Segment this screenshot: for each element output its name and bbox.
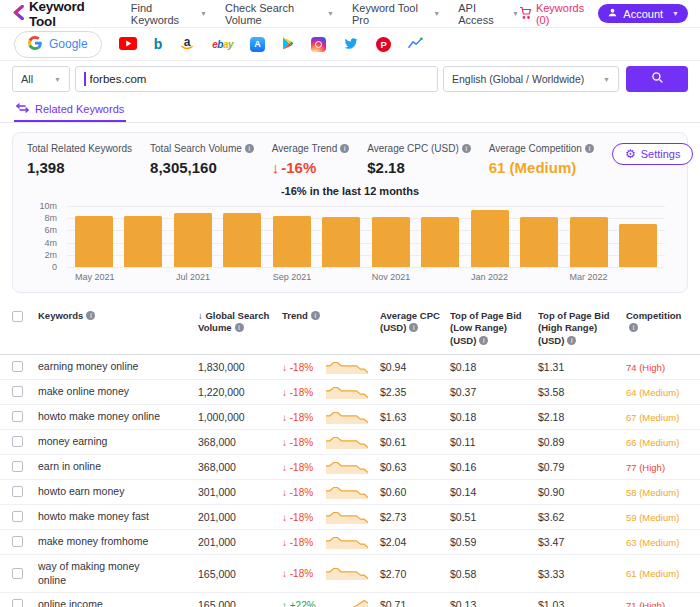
column-header-bid-low[interactable]: Top of Page Bid (Low Range) (USD)i	[450, 310, 538, 347]
bid-high-value: $1.03	[538, 599, 626, 607]
nav-keyword-tool-pro[interactable]: Keyword Tool Pro▼	[352, 2, 440, 26]
info-icon[interactable]: i	[462, 144, 471, 153]
row-checkbox[interactable]	[12, 461, 23, 472]
info-icon[interactable]: i	[311, 311, 320, 320]
row-checkbox[interactable]	[12, 361, 23, 372]
column-header-cpc[interactable]: Average CPC (USD)i	[380, 310, 450, 335]
keyword-text[interactable]: make money fromhome	[38, 535, 148, 549]
keyword-text[interactable]: earn in online	[38, 460, 101, 474]
keyword-text[interactable]: howto make money fast	[38, 510, 149, 524]
platform-tab-bing[interactable]: b	[154, 37, 163, 51]
scope-value: All	[21, 73, 33, 85]
keyword-text[interactable]: make online money	[38, 385, 129, 399]
row-checkbox[interactable]	[12, 568, 23, 579]
column-header-trend[interactable]: Trendi	[282, 310, 380, 322]
twitter-icon	[343, 37, 359, 52]
y-tick-label: 2m	[44, 250, 57, 260]
cpc-value: $2.70	[380, 568, 450, 580]
table-row: way of making money online165,000↓ -18%$…	[0, 555, 700, 593]
search-button[interactable]	[626, 66, 688, 92]
keyword-text[interactable]: money earning	[38, 435, 107, 449]
platform-tab-pinterest[interactable]: P	[376, 37, 391, 52]
nav-api-access[interactable]: API Access▼	[458, 2, 519, 26]
nav-find-keywords[interactable]: Find Keywords▼	[131, 2, 207, 26]
info-icon[interactable]: i	[629, 323, 638, 332]
competition-value: 71 (High)	[626, 600, 688, 607]
keyword-text[interactable]: online income	[38, 598, 103, 607]
chevron-down-icon: ▼	[200, 10, 207, 17]
info-icon[interactable]: i	[86, 311, 95, 320]
pinterest-icon: P	[376, 37, 391, 52]
chevron-down-icon: ▼	[327, 10, 334, 17]
info-icon[interactable]: i	[567, 336, 576, 345]
column-header-bid-high[interactable]: Top of Page Bid (High Range) (USD)i	[538, 310, 626, 347]
platform-tab-google-trends[interactable]	[408, 37, 423, 51]
table-row: make money fromhome201,000↓ -18%$2.04$0.…	[0, 530, 700, 555]
volume-bar	[322, 217, 360, 267]
column-header-competition[interactable]: Competitioni	[626, 310, 688, 335]
y-tick-label: 8m	[44, 213, 57, 223]
keyword-text[interactable]: howto make money online	[38, 410, 160, 424]
search-volume-value: 201,000	[198, 511, 282, 523]
bing-icon: b	[154, 37, 163, 51]
info-icon[interactable]: i	[585, 144, 594, 153]
bid-high-value: $3.47	[538, 536, 626, 548]
row-checkbox[interactable]	[12, 436, 23, 447]
account-button[interactable]: Account ▼	[598, 4, 688, 23]
platform-tab-instagram[interactable]	[311, 37, 326, 52]
x-tick-label: Sep 2021	[273, 272, 311, 284]
logo[interactable]: Keyword Tool	[12, 0, 107, 29]
platform-tab-google-play[interactable]	[282, 37, 294, 52]
stat-value: $2.18	[367, 159, 471, 176]
column-header-volume[interactable]: ↓ Global Search Volumei	[198, 310, 282, 335]
keywords-cart-button[interactable]: Keywords (0)	[519, 2, 586, 26]
bid-low-value: $0.51	[450, 511, 538, 523]
competition-value: 58 (Medium)	[626, 487, 688, 498]
trend-sparkline	[326, 386, 368, 399]
settings-button[interactable]: ⚙Settings	[612, 143, 694, 165]
bid-high-value: $2.18	[538, 411, 626, 423]
row-checkbox[interactable]	[12, 411, 23, 422]
chart-plot: 10m8m6m4m2m0	[67, 206, 665, 268]
platform-tab-twitter[interactable]	[343, 37, 359, 52]
info-icon[interactable]: i	[245, 144, 254, 153]
row-checkbox[interactable]	[12, 511, 23, 522]
row-checkbox[interactable]	[12, 486, 23, 497]
chevron-down-icon: ▼	[54, 76, 61, 83]
top-navigation: Keyword Tool Find Keywords▼ Check Search…	[0, 0, 700, 28]
platform-tab-ebay[interactable]: ebay	[212, 39, 233, 50]
stat-average-cpc: Average CPC (USD)i $2.18	[367, 143, 471, 176]
keyword-text[interactable]: way of making money online	[38, 560, 166, 587]
stat-total-related-keywords: Total Related Keywords 1,398	[27, 143, 132, 176]
nav-label: API Access	[458, 2, 508, 26]
platform-tab-google[interactable]: Google	[14, 31, 102, 58]
platform-tab-youtube[interactable]	[119, 37, 137, 52]
instagram-icon	[311, 37, 326, 52]
info-icon[interactable]: i	[479, 336, 488, 345]
platform-tab-amazon[interactable]: a	[179, 36, 195, 53]
info-icon[interactable]: i	[340, 144, 349, 153]
scope-select[interactable]: All▼	[12, 66, 70, 92]
platform-tab-app-store[interactable]: A	[250, 37, 265, 52]
bid-high-value: $0.79	[538, 461, 626, 473]
keyword-text[interactable]: earning money online	[38, 360, 138, 374]
column-header-keywords[interactable]: Keywordsi	[38, 310, 198, 322]
info-icon[interactable]: i	[409, 323, 418, 332]
keywords-table: Keywordsi ↓ Global Search Volumei Trendi…	[0, 304, 700, 607]
bid-low-value: $0.16	[450, 461, 538, 473]
platform-label: Google	[49, 37, 88, 51]
volume-bar	[75, 216, 113, 267]
row-checkbox[interactable]	[12, 599, 23, 607]
tab-related-keywords[interactable]: Related Keywords	[14, 97, 126, 122]
row-checkbox[interactable]	[12, 536, 23, 547]
stat-value: 8,305,160	[150, 159, 254, 176]
language-select[interactable]: English (Global / Worldwide)▼	[443, 66, 619, 92]
info-icon[interactable]: i	[235, 323, 244, 332]
row-checkbox[interactable]	[12, 386, 23, 397]
nav-check-search-volume[interactable]: Check Search Volume▼	[225, 2, 334, 26]
search-bar: All▼ English (Global / Worldwide)▼	[0, 61, 700, 97]
nav-label: Find Keywords	[131, 2, 196, 26]
search-input[interactable]	[88, 73, 430, 85]
select-all-checkbox[interactable]	[12, 311, 23, 322]
keyword-text[interactable]: howto earn money	[38, 485, 124, 499]
